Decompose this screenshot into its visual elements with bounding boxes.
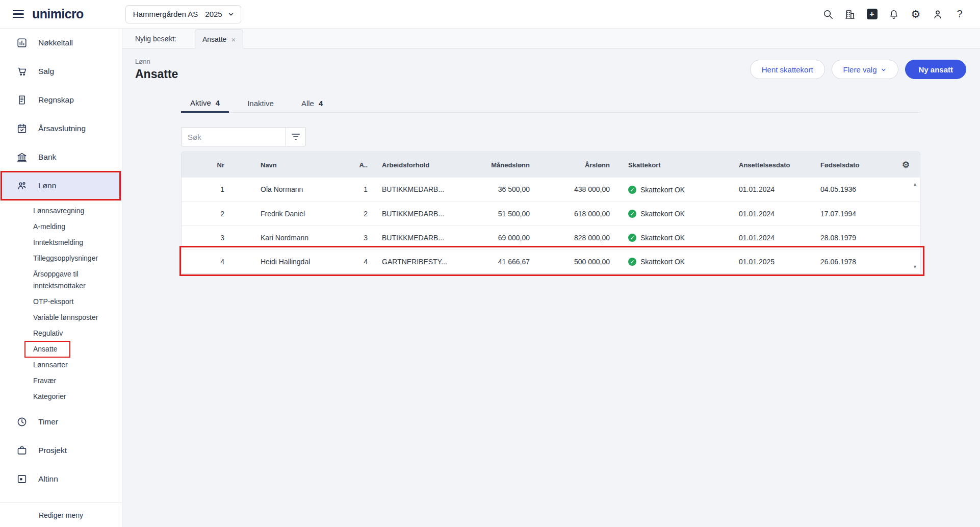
sidebar-item-arsavslutning[interactable]: Årsavslutning — [0, 114, 122, 143]
settings-gear-icon[interactable]: ⚙ — [910, 8, 922, 20]
tab-aktive-count: 4 — [216, 98, 220, 107]
sidebar: Nøkkeltall Salg Regnskap Årsavslutning B… — [0, 29, 122, 527]
sidebar-subitem-kategorier[interactable]: Kategorier — [33, 389, 114, 405]
sidebar-item-nokkeltall[interactable]: Nøkkeltall — [0, 29, 122, 57]
header-actions: Hent skattekort Flere valg Ny ansatt — [750, 60, 966, 79]
tab-aktive[interactable]: Aktive 4 — [181, 94, 229, 113]
table-row[interactable]: 2 Fredrik Daniel 2 BUTIKKMEDARB... 51 50… — [182, 202, 920, 225]
scroll-down-icon[interactable]: ▼ — [913, 264, 917, 269]
sidebar-subitem-arsoppgave[interactable]: Årsoppgave til inntektsmottaker — [33, 266, 114, 294]
column-navn[interactable]: Navn — [233, 152, 352, 178]
cell-fodselsdato: 26.06.1978 — [818, 249, 892, 273]
ny-ansatt-button[interactable]: Ny ansatt — [905, 60, 966, 79]
chevron-down-icon — [227, 11, 235, 18]
cell-manedslonn: 51 500,00 — [469, 202, 532, 225]
sidebar-subitem-lonnsarter[interactable]: Lønnsarter — [33, 357, 114, 373]
help-icon[interactable]: ? — [953, 8, 966, 20]
sidebar-item-timer[interactable]: Timer — [0, 408, 122, 436]
table-row-highlighted[interactable]: 4 Heidi Hallingdal 4 GARTNERIBESTY... 41… — [182, 249, 920, 273]
briefcase-icon — [16, 445, 28, 456]
sidebar-subitem-fravar[interactable]: Fravær — [33, 373, 114, 389]
people-icon — [16, 180, 28, 191]
column-nr[interactable]: Nr — [182, 152, 233, 178]
check-circle-icon: ✓ — [628, 186, 636, 194]
scroll-up-icon[interactable]: ▲ — [913, 182, 917, 187]
cell-arslonn: 828 000,00 — [532, 225, 614, 249]
flere-valg-button[interactable]: Flere valg — [832, 60, 899, 79]
cell-fodselsdato: 28.08.1979 — [818, 225, 892, 249]
sidebar-item-salg[interactable]: Salg — [0, 57, 122, 86]
cell-skattekort: ✓Skattekort OK — [614, 249, 736, 273]
sidebar-subitem-a-melding[interactable]: A-melding — [33, 219, 114, 235]
sidebar-nav: Nøkkeltall Salg Regnskap Årsavslutning B… — [0, 29, 122, 493]
cell-nr: 1 — [182, 178, 233, 202]
sidebar-subitem-tilleggsopplysninger[interactable]: Tilleggsopplysninger — [33, 250, 114, 266]
cell-arbeidsforhold: BUTIKKMEDARB... — [378, 202, 469, 225]
cell-ansettelsesdato: 01.01.2024 — [736, 225, 818, 249]
calendar-check-icon — [16, 123, 28, 134]
sidebar-subitem-inntektsmelding[interactable]: Inntektsmelding — [33, 235, 114, 250]
column-skattekort[interactable]: Skattekort — [614, 152, 736, 178]
hamburger-menu-icon[interactable] — [13, 8, 24, 20]
sidebar-subitem-lonnsavregning[interactable]: Lønnsavregning — [33, 203, 114, 219]
column-settings-gear-icon[interactable]: ⚙ — [902, 160, 910, 170]
cell-manedslonn: 69 000,00 — [469, 225, 532, 249]
sidebar-subitem-regulativ[interactable]: Regulativ — [33, 325, 114, 341]
sidebar-lonn-submenu: Lønnsavregning A-melding Inntektsmelding… — [0, 200, 122, 408]
tab-alle-count: 4 — [319, 99, 323, 108]
close-icon[interactable]: × — [231, 35, 236, 44]
cell-navn: Ola Normann — [233, 178, 352, 202]
cell-arbeidsforhold: BUTIKKMEDARB... — [378, 225, 469, 249]
hent-skattekort-button[interactable]: Hent skattekort — [750, 60, 825, 79]
document-icon — [16, 94, 28, 106]
cell-arslonn: 438 000,00 — [532, 178, 614, 202]
cell-arslonn: 618 000,00 — [532, 202, 614, 225]
sidebar-item-regnskap[interactable]: Regnskap — [0, 86, 122, 114]
sidebar-item-lonn[interactable]: Lønn — [0, 171, 122, 200]
employee-filter-tabs: Aktive 4 Inaktive Alle 4 — [181, 94, 920, 113]
cart-icon — [16, 66, 28, 77]
recently-visited-bar: Nylig besøkt: Ansatte × — [122, 29, 980, 49]
search-input[interactable] — [181, 127, 286, 146]
topbar-icons: + ⚙ ? — [822, 8, 966, 20]
edit-menu-button[interactable]: Rediger meny — [0, 503, 122, 527]
check-circle-icon: ✓ — [628, 210, 636, 218]
cell-ansnr: 3 — [352, 225, 378, 249]
table-row[interactable]: 3 Kari Nordmann 3 BUTIKKMEDARB... 69 000… — [182, 225, 920, 249]
column-fodselsdato[interactable]: Fødselsdato — [818, 152, 892, 178]
recent-tab-ansatte[interactable]: Ansatte × — [195, 29, 243, 49]
add-icon[interactable]: + — [866, 8, 878, 20]
cell-ansettelsesdato: 01.01.2024 — [736, 202, 818, 225]
column-arbeidsforhold[interactable]: Arbeidsforhold — [378, 152, 469, 178]
column-ansettelsesdato[interactable]: Ansettelsesdato — [736, 152, 818, 178]
filter-button[interactable] — [286, 127, 306, 146]
cell-nr: 4 — [182, 249, 233, 273]
sidebar-subitem-variable-lonnsposter[interactable]: Variable lønnsposter — [33, 310, 114, 325]
sidebar-subitem-ansatte[interactable]: Ansatte — [33, 341, 114, 357]
employees-table: Nr Navn A.. Arbeidsforhold Månedslønn År… — [181, 152, 920, 274]
company-buildings-icon[interactable] — [844, 8, 856, 20]
sidebar-subitem-otp-eksport[interactable]: OTP-eksport — [33, 294, 114, 310]
search-icon[interactable] — [822, 8, 834, 20]
column-ansnr[interactable]: A.. — [352, 152, 378, 178]
cell-manedslonn: 36 500,00 — [469, 178, 532, 202]
column-manedslonn[interactable]: Månedslønn — [469, 152, 532, 178]
user-icon[interactable] — [932, 8, 944, 20]
cell-arbeidsforhold: GARTNERIBESTY... — [378, 249, 469, 273]
search-row — [181, 127, 306, 146]
chart-icon — [16, 37, 28, 48]
column-arslonn[interactable]: Årslønn — [532, 152, 614, 178]
sidebar-item-prosjekt[interactable]: Prosjekt — [0, 436, 122, 465]
company-selector[interactable]: Hammergården AS 2025 — [125, 5, 241, 23]
cell-nr: 2 — [182, 202, 233, 225]
company-name: Hammergården AS — [133, 10, 198, 18]
notifications-bell-icon[interactable] — [888, 8, 900, 20]
cell-fodselsdato: 17.07.1994 — [818, 202, 892, 225]
table-row[interactable]: 1 Ola Normann 1 BUTIKKMEDARB... 36 500,0… — [182, 178, 920, 202]
tab-alle[interactable]: Alle 4 — [292, 94, 332, 112]
main-content: Nylig besøkt: Ansatte × Lønn Ansatte Hen… — [122, 29, 980, 527]
tab-inaktive[interactable]: Inaktive — [238, 94, 283, 112]
sidebar-item-altinn[interactable]: Altinn — [0, 465, 122, 493]
sidebar-item-bank[interactable]: Bank — [0, 143, 122, 171]
cell-navn: Kari Nordmann — [233, 225, 352, 249]
